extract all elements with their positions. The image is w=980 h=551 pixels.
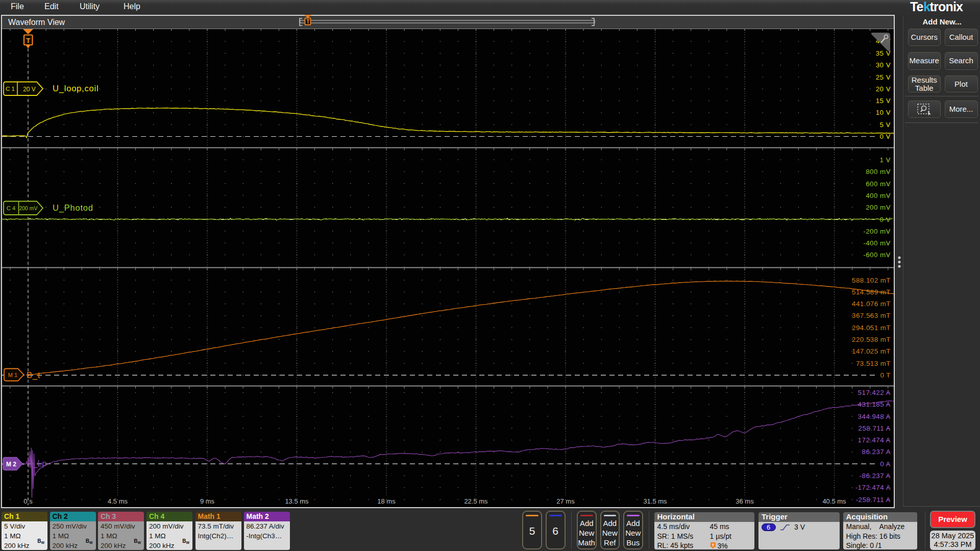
svg-text:T: T: [306, 19, 309, 24]
svg-text:400 mV: 400 mV: [866, 192, 891, 199]
svg-text:5 V: 5 V: [880, 121, 891, 129]
svg-text:T: T: [26, 37, 30, 44]
svg-text:147.025 mT: 147.025 mT: [852, 347, 891, 355]
svg-text:517.422 A: 517.422 A: [858, 389, 891, 396]
svg-text:M 1: M 1: [8, 372, 17, 378]
svg-text:-86.237 A: -86.237 A: [860, 472, 891, 480]
svg-text:40.5 ms: 40.5 ms: [822, 497, 846, 505]
svg-text:0 T: 0 T: [880, 371, 891, 379]
svg-text:1 V: 1 V: [880, 156, 891, 164]
svg-text:800 mV: 800 mV: [866, 168, 891, 176]
svg-text:0 s: 0 s: [23, 497, 33, 505]
svg-text:4.5 ms: 4.5 ms: [108, 497, 128, 505]
svg-text:-200 mV: -200 mV: [863, 228, 891, 235]
svg-text:I_Lp: I_Lp: [31, 459, 46, 468]
svg-text:tronix: tronix: [930, 1, 964, 14]
svg-text:294.051 mT: 294.051 mT: [852, 324, 891, 332]
svg-text:B_t: B_t: [27, 370, 40, 380]
svg-text:15 V: 15 V: [876, 97, 891, 105]
svg-text:-400 mV: -400 mV: [863, 239, 891, 247]
svg-text:367.563 mT: 367.563 mT: [852, 312, 891, 319]
svg-text:C 4: C 4: [7, 205, 15, 211]
svg-text:18 ms: 18 ms: [377, 497, 396, 505]
svg-text:20 V: 20 V: [876, 85, 891, 93]
svg-text:431.185 A: 431.185 A: [858, 400, 891, 408]
svg-text:22.5 ms: 22.5 ms: [464, 497, 488, 505]
svg-text:13.5 ms: 13.5 ms: [285, 497, 309, 505]
svg-text:-258.711 A: -258.711 A: [856, 496, 891, 504]
svg-text:588.102 mT: 588.102 mT: [852, 277, 891, 284]
svg-text:344.948 A: 344.948 A: [858, 413, 891, 420]
svg-text:-172.474 A: -172.474 A: [855, 484, 891, 491]
svg-text:10 V: 10 V: [876, 109, 891, 116]
svg-text:U_loop,coil: U_loop,coil: [53, 84, 99, 93]
svg-text:9 ms: 9 ms: [200, 497, 215, 505]
svg-text:U_Photod: U_Photod: [53, 203, 93, 213]
svg-text:220.538 mT: 220.538 mT: [852, 336, 891, 343]
svg-text:Te: Te: [910, 1, 924, 14]
svg-text:M 2: M 2: [6, 461, 16, 468]
svg-text:514.589 mT: 514.589 mT: [852, 288, 891, 296]
svg-text:73.513 mT: 73.513 mT: [856, 360, 891, 367]
svg-text:86.237 A: 86.237 A: [862, 448, 891, 456]
svg-text:25 V: 25 V: [876, 73, 891, 81]
svg-text:0 V: 0 V: [880, 216, 891, 223]
svg-text:T: T: [712, 542, 714, 547]
svg-text:441.076 mT: 441.076 mT: [852, 300, 891, 308]
svg-text:200 mV: 200 mV: [866, 204, 891, 211]
svg-text:-600 mV: -600 mV: [863, 251, 891, 259]
svg-text:31.5 ms: 31.5 ms: [643, 497, 667, 505]
svg-text:27 ms: 27 ms: [556, 497, 575, 505]
svg-text:0 V: 0 V: [880, 133, 891, 140]
svg-text:C 1: C 1: [6, 86, 15, 92]
svg-text:20 V: 20 V: [23, 86, 36, 93]
svg-text:200 mV: 200 mV: [19, 205, 37, 211]
svg-text:172.474 A: 172.474 A: [858, 436, 891, 444]
svg-text:600 mV: 600 mV: [866, 180, 891, 188]
svg-text:36 ms: 36 ms: [736, 497, 754, 505]
svg-text:0 A: 0 A: [880, 460, 891, 468]
svg-text:258.711 A: 258.711 A: [859, 424, 891, 432]
svg-text:30 V: 30 V: [876, 61, 891, 69]
